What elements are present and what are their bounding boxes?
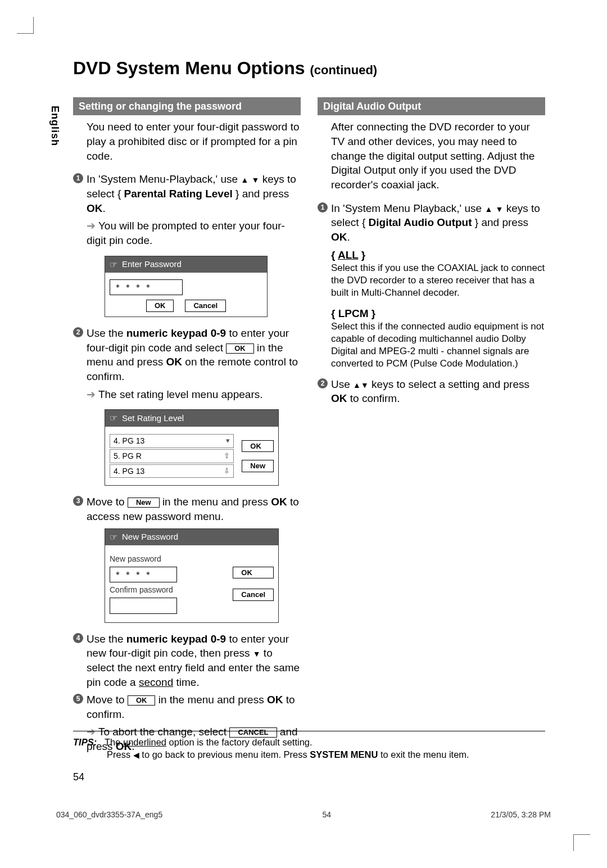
step-2: 2 Use the numeric keypad 0-9 to enter yo… (73, 326, 301, 384)
rs1e: . (347, 231, 350, 243)
parental-rating-label: Parental Rating Level (124, 188, 233, 200)
tips-2d: to exit the menu item. (378, 749, 469, 760)
down-arrow-icon (252, 173, 260, 185)
system-menu-label: SYSTEM MENU (310, 749, 378, 760)
section-heading-password: Setting or changing the password (73, 97, 301, 115)
rating-item-3[interactable]: 4. PG 13⇩ (110, 464, 234, 478)
down-arrow-icon (253, 647, 261, 659)
osd1-cancel-button[interactable]: Cancel (185, 300, 226, 312)
rating2-label: 5. PG R (114, 451, 220, 462)
osd2-title: ☞Set Rating Level (105, 410, 278, 427)
tips-underlined: underlined (123, 737, 166, 747)
audio-intro: After connecting the DVD recorder to you… (318, 120, 545, 192)
tips-2b: to go back to previous menu item. Press (139, 749, 310, 760)
osd-enter-password: ☞Enter Password ＊＊＊＊ OK Cancel (105, 256, 268, 317)
hand-icon: ☞ (110, 259, 117, 271)
osd1-ok-button[interactable]: OK (146, 300, 174, 312)
step-4: 4 Use the numeric keypad 0-9 to enter yo… (73, 632, 301, 690)
option-all: { ALL } Select this if you use the COAXI… (318, 248, 545, 300)
dropdown-icon: ▾ (226, 436, 230, 446)
tips-2a: Press (107, 749, 133, 760)
step-badge-2: 2 (318, 378, 328, 388)
step1-text-e: . (103, 202, 106, 214)
scroll-icon: ⇩ (224, 466, 230, 476)
step-badge-1: 1 (73, 173, 83, 183)
rs1d: } and press (472, 216, 528, 228)
rs2c: to confirm. (347, 392, 400, 404)
language-tab: English (48, 106, 62, 146)
opt-lpcm-desc: Select this if the connected audio equip… (331, 320, 545, 370)
osd2-new-button[interactable]: New (242, 460, 274, 472)
step-3: 3 Move to New in the menu and press OK t… (73, 495, 301, 523)
step-badge-2: 2 (73, 327, 83, 337)
title-continued: (continued) (310, 63, 377, 77)
osd1-title: ☞Enter Password (105, 256, 267, 273)
opt-lpcm-title: LPCM (338, 308, 369, 319)
opt-all-title: ALL (338, 249, 359, 261)
opt-all-desc: Select this if you use the COAXIAL jack … (331, 262, 545, 299)
hand-icon: ☞ (110, 531, 117, 544)
up-arrow-icon (484, 202, 492, 214)
crop-mark-br (573, 834, 590, 851)
ok-inline-button: OK (226, 343, 254, 354)
osd1-title-text: Enter Password (122, 259, 182, 270)
tips-1a: The (105, 737, 123, 747)
up-arrow-icon (353, 378, 361, 390)
result-2: The set rating level menu appears. (73, 387, 301, 402)
osd3-ok-button[interactable]: OK (233, 567, 274, 579)
confirm-pw-label: Confirm password (110, 585, 225, 595)
rs2ok: OK (331, 392, 347, 404)
s5b: in the menu and press (155, 694, 267, 706)
osd3-input-confirm[interactable] (110, 598, 177, 613)
rating-item-1[interactable]: 4. PG 13▾ (110, 434, 234, 448)
rating3-label: 4. PG 13 (114, 466, 220, 477)
numeric-keypad-label: numeric keypad 0-9 (126, 327, 226, 339)
scroll-icon: ⇧ (224, 451, 230, 461)
s3a: Move to (87, 496, 128, 508)
ok-inline-button: OK (128, 695, 156, 706)
step1-text-a: In 'System Menu-Playback,' use (87, 173, 241, 185)
second-underline: second (139, 676, 173, 688)
up-arrow-icon (241, 173, 248, 185)
step-1: 1 In 'System Menu-Playback,' use keys to… (73, 172, 301, 215)
osd3-title: ☞New Password (105, 529, 278, 546)
left-column: Setting or changing the password You nee… (73, 97, 301, 762)
new-pw-label: New password (110, 554, 225, 564)
crop-mark-tl (17, 17, 34, 34)
osd3-title-text: New Password (122, 531, 178, 542)
osd3-cancel-button[interactable]: Cancel (233, 589, 274, 601)
step-badge-4: 4 (73, 633, 83, 643)
tips-label: TIPS: (73, 737, 97, 747)
osd1-input[interactable]: ＊＊＊＊ (110, 279, 183, 295)
rs1a: In 'System Menu Playback,' use (331, 202, 484, 214)
s4a: Use the (87, 633, 126, 645)
page-number: 54 (73, 770, 84, 784)
audio-step-2: 2 Use keys to select a setting and press… (318, 377, 545, 406)
audio-step-1: 1 In 'System Menu Playback,' use keys to… (318, 201, 545, 245)
page-title: DVD System Menu Options (continued) (73, 56, 545, 80)
osd-new-password: ☞New Password New password ＊＊＊＊ Confirm … (105, 528, 279, 623)
tips-1b: option is the factory default setting. (166, 737, 312, 747)
step-badge-5: 5 (73, 694, 83, 704)
new-inline-button: New (128, 498, 160, 508)
footer-right: 21/3/05, 3:28 PM (491, 810, 551, 820)
s2a: Use the (87, 327, 126, 339)
osd2-ok-button[interactable]: OK (242, 440, 274, 453)
s2ok: OK (166, 356, 183, 368)
left-arrow-icon (133, 749, 139, 760)
s5a: Move to (87, 694, 128, 706)
s5ok: OK (267, 694, 283, 706)
digital-audio-label: Digital Audio Output (369, 216, 472, 228)
step1-text-d: } and press (233, 188, 289, 200)
s3b: in the menu and press (160, 496, 271, 508)
rs2a: Use (331, 378, 353, 390)
s4b: numeric keypad 0-9 (126, 633, 226, 645)
osd3-input-new[interactable]: ＊＊＊＊ (110, 567, 177, 582)
s4e: time. (173, 676, 199, 688)
rs1ok: OK (331, 231, 347, 243)
osd2-title-text: Set Rating Level (122, 413, 184, 424)
rating-item-2[interactable]: 5. PG R⇧ (110, 449, 234, 463)
s3ok: OK (271, 496, 287, 508)
step-badge-1: 1 (318, 202, 328, 213)
step-badge-3: 3 (73, 496, 83, 506)
